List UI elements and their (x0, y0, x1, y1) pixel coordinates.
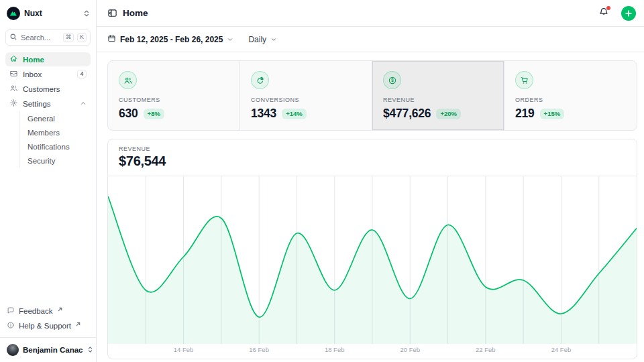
kbd-meta: ⌘ (63, 33, 74, 42)
sidebar-subitem-notifications[interactable]: Notifications (19, 139, 91, 154)
stat-change-badge: +8% (144, 109, 164, 119)
stat-card-orders[interactable]: ORDERS 219 +15% (504, 61, 637, 130)
stat-change-badge: +15% (540, 109, 565, 119)
sidebar-item-home[interactable]: Home (5, 52, 91, 66)
sidebar-subitem-general[interactable]: General (19, 111, 91, 125)
stat-card-customers[interactable]: CUSTOMERS 630 +8% (108, 61, 240, 130)
notification-dot (606, 6, 610, 10)
x-tick-label: 14 Feb (174, 346, 194, 353)
feedback-link[interactable]: Feedback (5, 304, 91, 318)
inbox-count-badge: 4 (77, 70, 87, 79)
stat-label: CONVERSIONS (251, 97, 361, 103)
page-title: Home (123, 8, 593, 18)
info-circle-icon (7, 321, 15, 330)
sidebar-footer-links: Feedback Help & Support (0, 301, 96, 337)
chart-header: REVENUE $76,544 (108, 139, 637, 176)
chevron-up-icon (80, 100, 87, 108)
settings-subnav: General Members Notifications Security (19, 111, 91, 168)
sidebar-subitem-security[interactable]: Security (19, 154, 91, 168)
notifications-button[interactable] (598, 7, 609, 20)
inbox-icon (9, 69, 18, 79)
users-icon (119, 71, 137, 89)
x-tick-label: 18 Feb (325, 346, 345, 353)
sidebar-item-customers[interactable]: Customers (5, 82, 91, 96)
sidebar-item-inbox[interactable]: Inbox 4 (5, 67, 91, 81)
calendar-icon (107, 34, 116, 46)
sidebar-subitem-members[interactable]: Members (19, 125, 91, 139)
home-icon (9, 54, 18, 64)
stat-value: 630 (119, 107, 138, 121)
filters-toolbar: Feb 12, 2025 - Feb 26, 2025 Daily (97, 27, 644, 52)
period-value: Daily (248, 35, 266, 44)
page-header: Home (97, 0, 644, 27)
sidebar-item-label: Inbox (23, 70, 72, 78)
external-link-icon (58, 305, 62, 313)
x-tick-label: 16 Feb (249, 346, 269, 353)
kbd-k: K (77, 33, 87, 42)
date-range-value: Feb 12, 2025 - Feb 26, 2025 (120, 35, 223, 44)
sidebar-nav: Home Inbox 4 Customers Settings (0, 52, 96, 168)
gear-icon (9, 99, 18, 109)
workspace-name: Nuxt (24, 9, 78, 18)
stat-value: $477,626 (383, 107, 431, 121)
svg-text:$: $ (391, 78, 394, 83)
stat-value: 1343 (251, 107, 276, 121)
x-tick-label: 24 Feb (551, 346, 572, 353)
sidebar-item-label: Home (23, 56, 87, 64)
stat-card-conversions[interactable]: CONVERSIONS 1343 +14% (240, 61, 372, 130)
unfold-more-icon (87, 344, 94, 356)
stat-value: 219 (515, 107, 535, 121)
chart-metric-value: $76,544 (119, 154, 626, 169)
sidebar-item-settings[interactable]: Settings (5, 97, 91, 111)
revenue-chart-card: REVENUE $76,544 14 Feb 16 Feb 18 Feb 20 … (107, 139, 637, 359)
users-icon (9, 84, 18, 94)
user-avatar (7, 344, 19, 356)
feedback-label: Feedback (19, 307, 53, 315)
help-support-link[interactable]: Help & Support (5, 318, 91, 333)
main-area: Home Feb 12, 2025 - Feb 26, 2025 Daily (97, 0, 644, 362)
stat-label: REVENUE (383, 97, 493, 103)
date-range-picker[interactable]: Feb 12, 2025 - Feb 26, 2025 (107, 34, 233, 46)
period-select[interactable]: Daily (248, 34, 277, 46)
revenue-area-chart[interactable] (108, 176, 637, 344)
user-menu[interactable]: Benjamin Canac (0, 337, 96, 362)
search-icon (9, 32, 17, 44)
stat-card-revenue[interactable]: $ REVENUE $477,626 +20% (372, 61, 504, 130)
stat-label: ORDERS (515, 97, 626, 103)
sidebar: Nuxt ⌘ K Home Inbo (0, 0, 97, 362)
x-tick-label: 22 Feb (476, 346, 496, 353)
search-input[interactable] (21, 34, 60, 42)
collapse-sidebar-icon[interactable] (107, 8, 117, 18)
chart-x-axis: 14 Feb 16 Feb 18 Feb 20 Feb 22 Feb 24 Fe… (108, 344, 637, 359)
sidebar-item-label: Customers (23, 85, 87, 93)
dollar-circle-icon: $ (383, 71, 401, 89)
chevron-down-icon (270, 34, 277, 46)
chat-bubble-icon (7, 306, 15, 316)
nuxt-logo-icon (7, 7, 20, 20)
help-support-label: Help & Support (19, 322, 71, 330)
stat-change-badge: +14% (282, 109, 307, 119)
unfold-more-icon[interactable] (83, 9, 91, 17)
workspace-switcher[interactable]: Nuxt (0, 0, 96, 24)
user-name: Benjamin Canac (23, 346, 83, 354)
cart-icon (515, 71, 533, 89)
search-input-wrap[interactable]: ⌘ K (5, 29, 91, 46)
dashboard-page: Nuxt ⌘ K Home Inbo (0, 0, 644, 362)
stat-change-badge: +20% (436, 109, 461, 119)
chart-plot[interactable] (108, 176, 637, 344)
sidebar-item-label: Settings (23, 100, 75, 108)
content: CUSTOMERS 630 +8% CONVERSIONS 1343 +14% (97, 52, 644, 359)
x-tick-label: 20 Feb (400, 346, 420, 353)
add-button[interactable] (621, 6, 636, 21)
stats-row: CUSTOMERS 630 +8% CONVERSIONS 1343 +14% (107, 60, 637, 131)
stat-label: CUSTOMERS (119, 97, 229, 103)
pie-chart-icon (251, 71, 269, 89)
sidebar-spacer (0, 168, 96, 301)
external-link-icon (76, 320, 80, 328)
chart-metric-label: REVENUE (119, 145, 626, 152)
chevron-down-icon (227, 34, 233, 46)
